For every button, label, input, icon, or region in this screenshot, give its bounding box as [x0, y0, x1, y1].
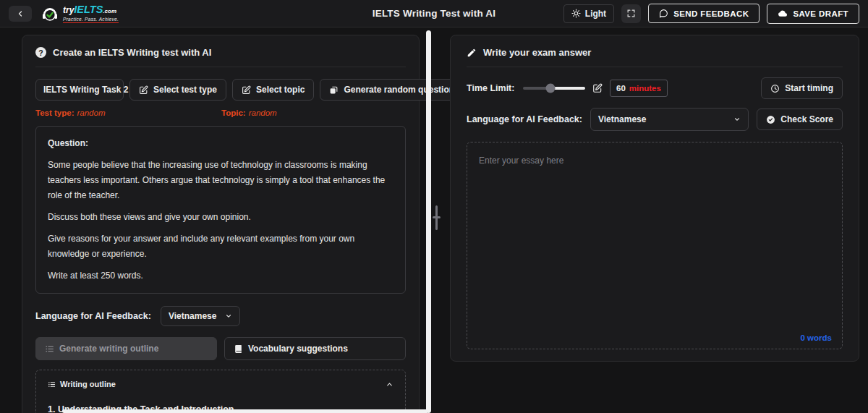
create-test-panel: ? Create an IELTS Writing test with AI I…	[22, 35, 420, 413]
topbar-left: tryIELTS.com Practice. Pass. Achieve.	[9, 4, 119, 23]
writing-outline-header[interactable]: Writing outline	[48, 380, 393, 388]
check-score-label: Check Score	[780, 114, 833, 124]
question-paragraph: Give reasons for your answer and include…	[48, 231, 393, 262]
edit-icon[interactable]	[592, 83, 603, 93]
logo-text: tryIELTS.com Practice. Pass. Achieve.	[63, 4, 119, 23]
language-select-right[interactable]: Vietnamese	[590, 108, 749, 131]
logo-ielts: IELTS	[74, 4, 103, 15]
time-limit-label: Time Limit:	[467, 83, 516, 93]
question-paragraph: Some people believe that the increasing …	[48, 158, 393, 203]
theme-toggle-button[interactable]: Light	[563, 4, 614, 23]
create-test-header: ? Create an IELTS Writing test with AI	[35, 47, 406, 67]
time-limit-row: Time Limit: 60 minutes Start timing	[467, 77, 843, 99]
start-timing-button[interactable]: Start timing	[761, 77, 843, 99]
generate-random-question-label: Generate random question	[344, 85, 454, 95]
left-panel-scrollbar[interactable]	[426, 30, 431, 413]
language-label: Language for AI Feedback:	[467, 114, 582, 124]
cloud-icon	[778, 9, 788, 19]
task-type-select[interactable]: IELTS Writing Task 2	[35, 79, 124, 101]
help-icon[interactable]: ?	[35, 47, 46, 58]
chevron-down-icon	[225, 312, 232, 320]
logo[interactable]: tryIELTS.com Practice. Pass. Achieve.	[41, 4, 119, 23]
slider-thumb[interactable]	[545, 84, 555, 93]
question-paragraph: Discuss both these views and give your o…	[48, 210, 393, 225]
check-circle-icon	[766, 115, 775, 124]
topbar-right: Light SEND FEEDBACK SAVE DRAFT	[563, 4, 859, 24]
theme-toggle-label: Light	[585, 9, 606, 19]
writing-outline-box: Writing outline 1. Understanding the Tas…	[35, 370, 406, 413]
select-topic-label: Select topic	[256, 85, 305, 95]
panel-resize-handle[interactable]	[435, 205, 438, 230]
back-button[interactable]	[9, 6, 32, 22]
chevron-down-icon	[733, 116, 741, 123]
random-cards-icon	[329, 85, 339, 95]
send-feedback-button[interactable]: SEND FEEDBACK	[648, 4, 760, 23]
exam-answer-header: Write your exam answer	[467, 47, 843, 67]
edit-icon	[242, 85, 251, 95]
edit-icon	[139, 85, 148, 95]
check-score-button[interactable]: Check Score	[757, 108, 843, 130]
language-label: Language for AI Feedback:	[35, 311, 151, 321]
page-title: IELTS Writing Test with AI	[373, 8, 495, 19]
exam-answer-title: Write your exam answer	[483, 47, 591, 58]
save-draft-label: SAVE DRAFT	[793, 9, 848, 18]
fullscreen-icon	[626, 9, 636, 18]
create-test-title: Create an IELTS Writing test with AI	[53, 47, 211, 58]
test-controls-row: IELTS Writing Task 2 Select test type Se…	[35, 79, 406, 101]
send-feedback-label: SEND FEEDBACK	[673, 9, 749, 18]
time-limit-value: 60	[616, 84, 626, 93]
topbar: tryIELTS.com Practice. Pass. Achieve. IE…	[0, 0, 868, 27]
logo-com: .com	[103, 8, 116, 14]
question-box: Question: Some people believe that the i…	[35, 126, 406, 294]
task-type-value: IELTS Writing Task 2	[43, 85, 128, 95]
chevron-left-icon	[16, 9, 25, 18]
chevron-up-icon[interactable]	[386, 380, 393, 388]
logo-tagline: Practice. Pass. Achieve.	[63, 17, 119, 23]
clock-icon	[770, 84, 780, 93]
generate-random-question-button[interactable]: Generate random question	[320, 79, 464, 101]
test-type-status: Test type:random	[35, 108, 221, 117]
essay-input[interactable]	[467, 142, 842, 349]
book-icon	[234, 344, 243, 354]
fullscreen-button[interactable]	[621, 4, 641, 23]
time-limit-unit: minutes	[629, 84, 661, 93]
ai-actions-row: Generate writing outline Vocabulary sugg…	[35, 337, 406, 360]
question-paragraph: Write at least 250 words.	[48, 268, 393, 284]
language-value: Vietnamese	[598, 114, 647, 124]
essay-area: 0 words	[467, 142, 843, 349]
horizontal-scrollbar[interactable]	[62, 409, 428, 413]
slider-track-empty	[550, 87, 585, 90]
select-topic-button[interactable]: Select topic	[232, 79, 314, 101]
word-count: 0 words	[801, 333, 832, 342]
select-test-type-button[interactable]: Select test type	[129, 79, 226, 101]
language-select-left[interactable]: Vietnamese	[161, 306, 240, 326]
question-label: Question:	[48, 136, 393, 151]
speech-bubble-icon	[659, 9, 668, 18]
vocabulary-suggestions-button[interactable]: Vocabulary suggestions	[224, 337, 406, 360]
list-icon	[45, 344, 54, 354]
writing-outline-title: Writing outline	[60, 380, 116, 388]
logo-try: try	[63, 5, 74, 15]
list-icon	[48, 380, 56, 388]
save-draft-button[interactable]: SAVE DRAFT	[767, 4, 859, 24]
sun-icon	[571, 9, 581, 18]
exam-answer-panel: Write your exam answer Time Limit: 60 mi…	[450, 35, 859, 362]
time-limit-slider[interactable]	[523, 83, 585, 93]
generate-outline-label: Generate writing outline	[59, 344, 158, 354]
language-row-right: Language for AI Feedback: Vietnamese Che…	[467, 108, 843, 131]
time-limit-value-box[interactable]: 60 minutes	[610, 80, 668, 97]
select-test-type-label: Select test type	[153, 85, 217, 95]
start-timing-label: Start timing	[785, 83, 833, 93]
generate-outline-button[interactable]: Generate writing outline	[35, 337, 217, 360]
test-meta-row: Test type:random Topic:random	[35, 108, 406, 117]
language-value: Vietnamese	[169, 311, 217, 321]
language-row-left: Language for AI Feedback: Vietnamese	[35, 306, 406, 326]
topic-status: Topic:random	[221, 108, 277, 117]
vocabulary-suggestions-label: Vocabulary suggestions	[248, 344, 348, 354]
pencil-icon	[467, 48, 477, 58]
logo-headphones-check-icon	[41, 4, 59, 23]
